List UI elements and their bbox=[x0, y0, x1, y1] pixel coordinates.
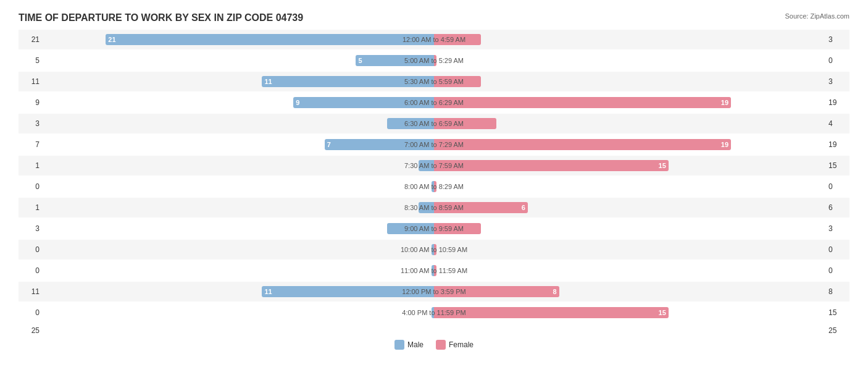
right-value: 15 bbox=[825, 308, 849, 317]
right-value: 3 bbox=[825, 224, 849, 233]
bars-area: 9:00 AM to 9:59 AM bbox=[43, 219, 825, 238]
left-value: 11 bbox=[19, 287, 43, 296]
left-value: 0 bbox=[19, 266, 43, 275]
chart-row: 1 8:30 AM to 8:59 AM 6 6 bbox=[19, 198, 849, 217]
female-bar-value: 15 bbox=[659, 162, 666, 169]
female-bar-value: 8 bbox=[553, 288, 556, 295]
male-bar-value: 5 bbox=[358, 57, 362, 64]
right-value: 0 bbox=[825, 56, 849, 65]
bars-area: 12:00 PM to 3:59 PM 11 8 bbox=[43, 282, 825, 302]
chart-row: 1 7:30 AM to 7:59 AM 15 15 bbox=[19, 156, 849, 175]
bars-area: 6:00 AM to 6:29 AM 9 19 bbox=[43, 93, 825, 112]
female-bar-value: 6 bbox=[522, 204, 525, 211]
male-bar-value: 7 bbox=[327, 141, 331, 148]
bars-area: 8:30 AM to 8:59 AM 6 bbox=[43, 198, 825, 217]
legend-female-label: Female bbox=[449, 340, 474, 349]
bars-area: 6:30 AM to 6:59 AM bbox=[43, 114, 825, 133]
axis-left-label: 25 bbox=[19, 326, 43, 335]
left-value: 1 bbox=[19, 161, 43, 170]
bars-area: 11:00 AM to 11:59 AM bbox=[43, 261, 825, 281]
right-value: 8 bbox=[825, 287, 849, 296]
chart-row: 11 12:00 PM to 3:59 PM 11 8 8 bbox=[19, 282, 849, 302]
chart-row: 0 4:00 PM to 11:59 PM 15 15 bbox=[19, 303, 849, 323]
right-value: 19 bbox=[825, 140, 849, 149]
bars-area: 7:30 AM to 7:59 AM 15 bbox=[43, 156, 825, 175]
chart-title: TIME OF DEPARTURE TO WORK BY SEX IN ZIP … bbox=[19, 12, 849, 23]
bars-area: 8:00 AM to 8:29 AM bbox=[43, 177, 825, 196]
left-value: 9 bbox=[19, 98, 43, 107]
left-value: 11 bbox=[19, 77, 43, 86]
left-value: 3 bbox=[19, 119, 43, 128]
chart-row: 3 9:00 AM to 9:59 AM 3 bbox=[19, 219, 849, 238]
legend: Male Female bbox=[19, 340, 849, 350]
chart-row: 11 5:30 AM to 5:59 AM 11 3 bbox=[19, 72, 849, 91]
axis-row: 25 25 bbox=[19, 326, 849, 335]
legend-male-box bbox=[394, 340, 404, 350]
legend-male: Male bbox=[394, 340, 424, 350]
right-value: 0 bbox=[825, 266, 849, 275]
male-bar-value: 9 bbox=[296, 99, 299, 106]
left-value: 1 bbox=[19, 203, 43, 212]
right-value: 0 bbox=[825, 182, 849, 191]
legend-female-box bbox=[436, 340, 446, 350]
axis-right-label: 25 bbox=[825, 326, 849, 335]
left-value: 0 bbox=[19, 245, 43, 254]
bars-area: 7:00 AM to 7:29 AM 7 19 bbox=[43, 135, 825, 154]
right-value: 6 bbox=[825, 203, 849, 212]
female-bar-value: 19 bbox=[721, 99, 728, 106]
bars-area: 5:00 AM to 5:29 AM 5 bbox=[43, 51, 825, 70]
chart-row: 0 8:00 AM to 8:29 AM 0 bbox=[19, 177, 849, 196]
chart-row: 0 11:00 AM to 11:59 AM 0 bbox=[19, 261, 849, 281]
legend-female: Female bbox=[436, 340, 474, 350]
chart-row: 7 7:00 AM to 7:29 AM 7 19 19 bbox=[19, 135, 849, 154]
right-value: 4 bbox=[825, 119, 849, 128]
male-bar-value: 11 bbox=[264, 288, 272, 295]
right-value: 3 bbox=[825, 35, 849, 44]
legend-male-label: Male bbox=[407, 340, 424, 349]
female-bar-value: 15 bbox=[659, 309, 666, 316]
chart-container: TIME OF DEPARTURE TO WORK BY SEX IN ZIP … bbox=[19, 12, 849, 350]
bars-area: 5:30 AM to 5:59 AM 11 bbox=[43, 72, 825, 91]
male-bar-value: 11 bbox=[264, 78, 272, 85]
bars-area: 12:00 AM to 4:59 AM 21 bbox=[43, 30, 825, 49]
left-value: 21 bbox=[19, 35, 43, 44]
chart-row: 9 6:00 AM to 6:29 AM 9 19 19 bbox=[19, 93, 849, 112]
left-value: 5 bbox=[19, 56, 43, 65]
left-value: 0 bbox=[19, 182, 43, 191]
right-value: 3 bbox=[825, 77, 849, 86]
chart-row: 3 6:30 AM to 6:59 AM 4 bbox=[19, 114, 849, 133]
bars-area: 10:00 AM to 10:59 AM bbox=[43, 240, 825, 259]
left-value: 0 bbox=[19, 308, 43, 317]
chart-row: 5 5:00 AM to 5:29 AM 5 0 bbox=[19, 51, 849, 70]
bars-area: 4:00 PM to 11:59 PM 15 bbox=[43, 303, 825, 323]
chart-row: 0 10:00 AM to 10:59 AM 0 bbox=[19, 240, 849, 259]
chart-row: 21 12:00 AM to 4:59 AM 21 3 bbox=[19, 30, 849, 49]
male-bar-value: 21 bbox=[108, 36, 115, 43]
source-text: Source: ZipAtlas.com bbox=[785, 12, 849, 20]
left-value: 3 bbox=[19, 224, 43, 233]
female-bar-value: 19 bbox=[721, 141, 728, 148]
right-value: 15 bbox=[825, 161, 849, 170]
right-value: 19 bbox=[825, 98, 849, 107]
right-value: 0 bbox=[825, 245, 849, 254]
left-value: 7 bbox=[19, 140, 43, 149]
chart-area: 21 12:00 AM to 4:59 AM 21 3 5 5:00 AM to bbox=[19, 30, 849, 323]
